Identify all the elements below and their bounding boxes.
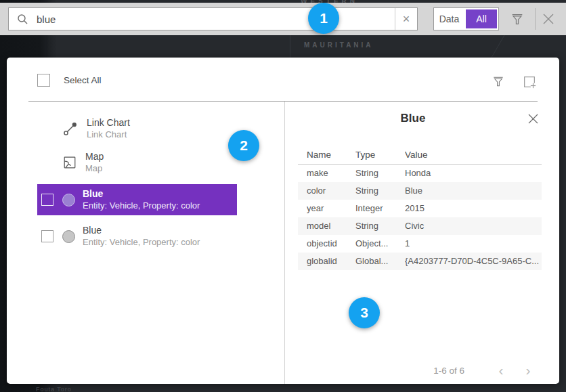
cell-value: 1 xyxy=(405,235,542,253)
table-row: globalid Global... {A4203777-D70D-4C5C-9… xyxy=(298,253,542,270)
search-scope-toggle: Data All xyxy=(433,7,499,30)
cell-value: 2015 xyxy=(405,200,542,217)
cell-name: model xyxy=(307,217,355,235)
entity-circle-icon xyxy=(62,194,75,206)
cell-name: color xyxy=(307,182,355,200)
table-row: objectid Object... 1 xyxy=(298,235,542,253)
table-row: color String Blue xyxy=(298,182,542,200)
result-item-map[interactable]: Map Map xyxy=(62,151,104,174)
result-title: Blue xyxy=(83,188,200,200)
cell-type: Object... xyxy=(355,235,405,253)
select-all-label: Select All xyxy=(64,75,102,85)
annotation-badge-1: 1 xyxy=(308,3,339,34)
map-border-line xyxy=(290,35,290,58)
select-all-row: Select All xyxy=(37,74,102,87)
result-checkbox[interactable] xyxy=(41,194,53,206)
column-header: Type xyxy=(355,146,405,164)
link-chart-icon xyxy=(62,121,79,137)
cell-type: Integer xyxy=(355,200,405,217)
annotation-badge-2: 2 xyxy=(228,130,259,161)
detail-title: Blue xyxy=(298,112,528,125)
search-icon xyxy=(17,14,28,25)
prev-page-icon[interactable]: ‹ xyxy=(487,362,515,378)
table-header-row: Name Type Value xyxy=(298,146,542,165)
entity-circle-icon xyxy=(62,230,75,243)
search-input[interactable] xyxy=(35,13,395,26)
map-coastline xyxy=(46,35,47,58)
cell-name: objectid xyxy=(307,235,355,253)
cell-value: {A4203777-D70D-4C5C-9A65-C... xyxy=(405,253,542,270)
result-title: Link Chart xyxy=(87,117,130,129)
result-item-blue-selected[interactable]: Blue Entity: Vehicle, Property: color xyxy=(37,184,237,215)
result-subtitle: Link Chart xyxy=(87,129,130,140)
panel-divider xyxy=(28,101,538,102)
list-detail-divider xyxy=(284,102,285,384)
map-label-bottom: Fouta Toro xyxy=(36,386,72,392)
scope-option-data[interactable]: Data xyxy=(434,14,464,24)
cell-value: Honda xyxy=(405,165,542,182)
map-icon xyxy=(62,155,77,170)
result-item-link-chart[interactable]: Link Chart Link Chart xyxy=(62,117,130,140)
cell-name: make xyxy=(307,165,355,182)
cell-value: Civic xyxy=(405,217,542,235)
cell-type: String xyxy=(355,217,405,235)
scope-option-all[interactable]: All xyxy=(466,9,497,28)
table-row: make String Honda xyxy=(298,165,542,182)
next-page-icon[interactable]: › xyxy=(515,362,542,378)
cell-name: globalid xyxy=(307,253,355,270)
results-filter-icon[interactable] xyxy=(492,74,505,88)
filter-icon[interactable] xyxy=(510,12,525,26)
column-header: Name xyxy=(307,146,355,164)
annotation-badge-3: 3 xyxy=(349,297,380,328)
column-header: Value xyxy=(405,146,542,164)
result-subtitle: Entity: Vehicle, Property: color xyxy=(83,200,200,211)
search-box[interactable]: × xyxy=(8,7,418,30)
cell-type: Global... xyxy=(355,253,405,270)
search-results-panel: Select All Link Chart Link Chart xyxy=(7,58,559,384)
cell-type: String xyxy=(355,182,405,200)
pagination: 1-6 of 6 ‹ › xyxy=(386,361,542,380)
add-selection-icon[interactable] xyxy=(522,74,537,89)
clear-search-icon[interactable]: × xyxy=(395,8,417,30)
cell-value: Blue xyxy=(405,182,542,200)
result-item-blue[interactable]: Blue Entity: Vehicle, Property: color xyxy=(37,221,237,252)
pagination-label: 1-6 of 6 xyxy=(433,366,464,376)
cell-type: String xyxy=(355,165,405,182)
result-title: Map xyxy=(85,151,104,162)
result-subtitle: Entity: Vehicle, Property: color xyxy=(83,236,200,248)
cell-name: year xyxy=(307,200,355,217)
detail-close-icon[interactable] xyxy=(527,113,539,125)
map-border-line xyxy=(491,35,504,58)
attribute-table: Name Type Value make String Honda color … xyxy=(298,146,542,270)
search-toolbar: × Data All xyxy=(0,3,566,35)
select-all-checkbox[interactable] xyxy=(37,74,50,87)
map-label-mauritania: MAURITANIA xyxy=(304,41,374,49)
result-subtitle: Map xyxy=(85,162,104,174)
close-search-icon[interactable] xyxy=(541,12,556,26)
table-row: model String Civic xyxy=(298,217,542,235)
result-title: Blue xyxy=(83,225,200,236)
table-row: year Integer 2015 xyxy=(298,200,542,217)
result-checkbox[interactable] xyxy=(41,230,53,242)
toolbar-divider xyxy=(535,8,536,30)
